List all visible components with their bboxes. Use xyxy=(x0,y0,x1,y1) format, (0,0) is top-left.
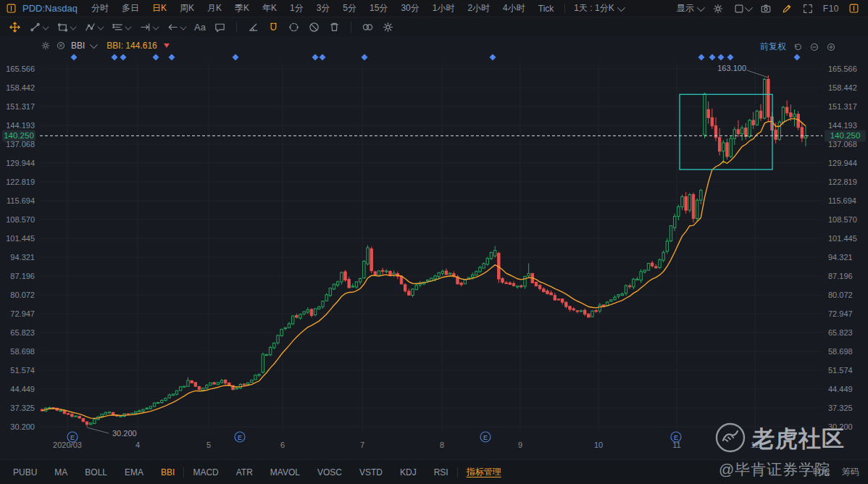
indicator-tab-MAVOL[interactable]: MAVOL xyxy=(262,467,309,477)
timeframe-tab-4小时[interactable]: 4小时 xyxy=(496,2,532,14)
timeframe-tab-2小时[interactable]: 2小时 xyxy=(461,2,496,14)
indicator-tab-RSI[interactable]: RSI xyxy=(425,467,457,477)
timeframe-tab-分时[interactable]: 分时 xyxy=(85,2,115,14)
magnet-tool-icon[interactable] xyxy=(266,20,281,34)
compare-icon[interactable] xyxy=(360,20,375,34)
note-diamond-icon xyxy=(168,54,175,60)
svg-text:151.317: 151.317 xyxy=(6,102,35,111)
svg-text:E: E xyxy=(70,434,75,441)
svg-text:2020/03: 2020/03 xyxy=(53,441,82,449)
indicator-tab-KDJ[interactable]: KDJ xyxy=(391,467,425,477)
svg-text:144.193: 144.193 xyxy=(6,121,35,130)
arrow-tool-icon[interactable] xyxy=(165,20,188,34)
candlestick-chart[interactable]: 140.250140.250165.566165.566158.442158.4… xyxy=(0,36,868,460)
chevron-down-icon[interactable] xyxy=(90,41,98,49)
timeframe-tab-1分[interactable]: 1分 xyxy=(283,2,310,14)
zoom-out-icon[interactable] xyxy=(809,42,819,52)
chevron-down-icon xyxy=(97,23,104,30)
custom-period-dropdown[interactable]: 1天 : 1分K xyxy=(569,2,627,14)
sync-drawings-icon[interactable] xyxy=(286,20,301,34)
svg-text:144.193: 144.193 xyxy=(828,121,857,130)
display-label: 显示 xyxy=(677,2,694,14)
f10-button[interactable]: F10 xyxy=(823,4,839,14)
timeframe-tabs: 分时多日日K周K月K季K年K1分3分5分15分30分1小时2小时4小时Tick xyxy=(85,2,560,14)
settings-gear-icon[interactable] xyxy=(712,3,724,14)
chevron-down-icon xyxy=(42,23,49,30)
undo-icon[interactable] xyxy=(793,42,803,52)
camera-icon[interactable] xyxy=(760,3,772,14)
fullscreen-icon[interactable] xyxy=(802,3,814,14)
move-tool-icon[interactable] xyxy=(7,20,22,34)
chart-settings-icon[interactable] xyxy=(380,20,396,34)
indicator-tab-MACD[interactable]: MACD xyxy=(184,467,227,477)
measure-tool-icon[interactable] xyxy=(138,20,160,34)
divider xyxy=(236,22,237,33)
indicator-tabs: PUBUMABOLLEMABBIMACDATRMAVOLVOSCVSTDKDJR… xyxy=(4,466,510,478)
delete-drawings-icon[interactable] xyxy=(327,20,342,34)
svg-text:137.068: 137.068 xyxy=(6,140,35,149)
symbol-name[interactable]: PDD:Nasdaq xyxy=(22,3,78,14)
indicator-manage-button[interactable]: 指标管理 xyxy=(458,466,510,478)
bottom-button-筹码[interactable]: 筹码 xyxy=(842,466,859,478)
svg-text:58.698: 58.698 xyxy=(10,347,35,356)
topbar: PDD:Nasdaq 分时多日日K周K月K季K年K1分3分5分15分30分1小时… xyxy=(0,0,868,17)
forward-adjust-button[interactable]: 前复权 xyxy=(760,41,786,53)
indicator-settings-icon[interactable] xyxy=(41,41,51,51)
custom-period-label: 1天 : 1分K xyxy=(574,2,614,14)
timeframe-tab-30分[interactable]: 30分 xyxy=(394,2,425,14)
text-tool-icon[interactable]: Aa xyxy=(193,21,207,33)
indicator-tab-EMA[interactable]: EMA xyxy=(116,467,152,477)
indicator-tab-PUBU[interactable]: PUBU xyxy=(4,467,46,477)
svg-text:E: E xyxy=(674,434,678,441)
timeframe-tab-年K[interactable]: 年K xyxy=(256,2,283,14)
indicator-tab-ATR[interactable]: ATR xyxy=(228,467,262,477)
kline-style-icon[interactable] xyxy=(6,3,17,14)
svg-text:101.445: 101.445 xyxy=(828,234,857,243)
chevron-down-icon xyxy=(697,3,705,11)
timeframe-tab-1小时[interactable]: 1小时 xyxy=(426,2,462,14)
timeframe-tab-月K[interactable]: 月K xyxy=(201,2,228,14)
timeframe-tab-季K[interactable]: 季K xyxy=(228,2,256,14)
annotation-tool-icon[interactable] xyxy=(110,20,133,34)
indicator-tab-BBI[interactable]: BBI xyxy=(152,467,183,477)
timeframe-tab-多日[interactable]: 多日 xyxy=(115,2,146,14)
trend-line-tool-icon[interactable] xyxy=(28,20,50,34)
svg-text:72.947: 72.947 xyxy=(828,309,853,318)
timeframe-tab-5分[interactable]: 5分 xyxy=(336,2,363,14)
chevron-down-icon xyxy=(70,23,76,30)
angle-tool-icon[interactable] xyxy=(246,20,261,34)
divider xyxy=(564,4,565,13)
indicator-tab-MA[interactable]: MA xyxy=(46,467,76,477)
draw-pencil-icon[interactable] xyxy=(781,3,793,14)
timeframe-tab-15分[interactable]: 15分 xyxy=(363,2,394,14)
kline-panel-icon[interactable] xyxy=(848,3,859,14)
indicator-close-icon[interactable] xyxy=(56,41,66,51)
hide-drawings-icon[interactable] xyxy=(306,20,322,34)
down-triangle-icon xyxy=(164,43,170,48)
indicator-tab-BOLL[interactable]: BOLL xyxy=(76,467,116,477)
svg-text:37.325: 37.325 xyxy=(10,404,35,412)
svg-text:51.574: 51.574 xyxy=(828,366,853,375)
indicator-tab-VOSC[interactable]: VOSC xyxy=(309,467,351,477)
indicator-name[interactable]: BBI xyxy=(71,41,85,51)
timeframe-tab-Tick[interactable]: Tick xyxy=(532,4,561,14)
timeframe-tab-周K[interactable]: 周K xyxy=(173,2,201,14)
svg-text:129.944: 129.944 xyxy=(6,159,35,167)
layout-square-icon[interactable] xyxy=(733,3,751,14)
comment-tool-icon[interactable] xyxy=(212,20,228,34)
svg-text:108.570: 108.570 xyxy=(828,215,857,224)
pattern-tool-icon[interactable] xyxy=(83,20,105,34)
svg-text:87.196: 87.196 xyxy=(828,272,853,280)
chevron-down-icon xyxy=(617,3,625,11)
svg-text:101.445: 101.445 xyxy=(6,234,35,243)
svg-text:137.068: 137.068 xyxy=(828,140,857,149)
indicator-tab-VSTD[interactable]: VSTD xyxy=(351,467,391,477)
timeframe-tab-3分[interactable]: 3分 xyxy=(310,2,337,14)
chart-area[interactable]: 140.250140.250165.566165.566158.442158.4… xyxy=(0,36,868,460)
svg-text:87.196: 87.196 xyxy=(10,272,35,280)
bottom-button-时段[interactable]: 时段 xyxy=(813,466,830,478)
shape-tool-icon[interactable] xyxy=(55,20,78,34)
display-dropdown[interactable]: 显示 xyxy=(677,2,703,14)
timeframe-tab-日K[interactable]: 日K xyxy=(146,2,173,14)
zoom-in-icon[interactable] xyxy=(826,42,836,52)
